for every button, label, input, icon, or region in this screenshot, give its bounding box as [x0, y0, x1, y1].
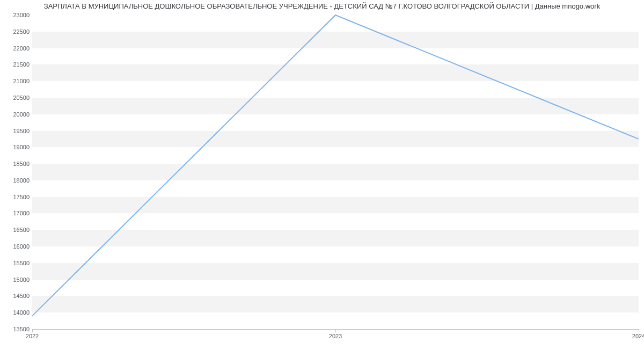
- x-tick-mark: [32, 329, 33, 332]
- y-tick-label: 21500: [3, 61, 30, 68]
- x-tick-mark: [335, 329, 336, 332]
- plot-area: [32, 15, 639, 330]
- y-tick-label: 19000: [3, 144, 30, 150]
- x-tick-mark: [639, 329, 639, 332]
- y-tick-label: 14500: [3, 293, 30, 299]
- chart-container: ЗАРПЛАТА В МУНИЦИПАЛЬНОЕ ДОШКОЛЬНОЕ ОБРА…: [0, 0, 644, 349]
- y-tick-label: 15000: [3, 277, 30, 283]
- y-tick-label: 20000: [3, 111, 30, 118]
- y-tick-label: 14000: [3, 309, 30, 316]
- line-path: [32, 15, 639, 316]
- y-tick-label: 22500: [3, 28, 30, 35]
- y-tick-label: 16000: [3, 243, 30, 250]
- x-tick-label: 2023: [329, 333, 342, 339]
- y-tick-label: 17000: [3, 210, 30, 216]
- x-tick-label: 2024: [632, 333, 644, 339]
- y-tick-label: 15500: [3, 260, 30, 266]
- y-tick-label: 16500: [3, 227, 30, 233]
- y-tick-label: 18500: [3, 161, 30, 167]
- y-tick-label: 20500: [3, 94, 30, 101]
- x-tick-label: 2022: [26, 333, 39, 339]
- y-tick-label: 17500: [3, 194, 30, 200]
- chart-title: ЗАРПЛАТА В МУНИЦИПАЛЬНОЕ ДОШКОЛЬНОЕ ОБРА…: [0, 2, 644, 10]
- y-tick-label: 23000: [3, 12, 30, 18]
- y-tick-label: 18000: [3, 177, 30, 184]
- y-tick-label: 13500: [3, 326, 30, 332]
- y-tick-label: 19500: [3, 128, 30, 134]
- series-line: [32, 15, 639, 329]
- y-tick-label: 22000: [3, 45, 30, 52]
- y-tick-label: 21000: [3, 78, 30, 84]
